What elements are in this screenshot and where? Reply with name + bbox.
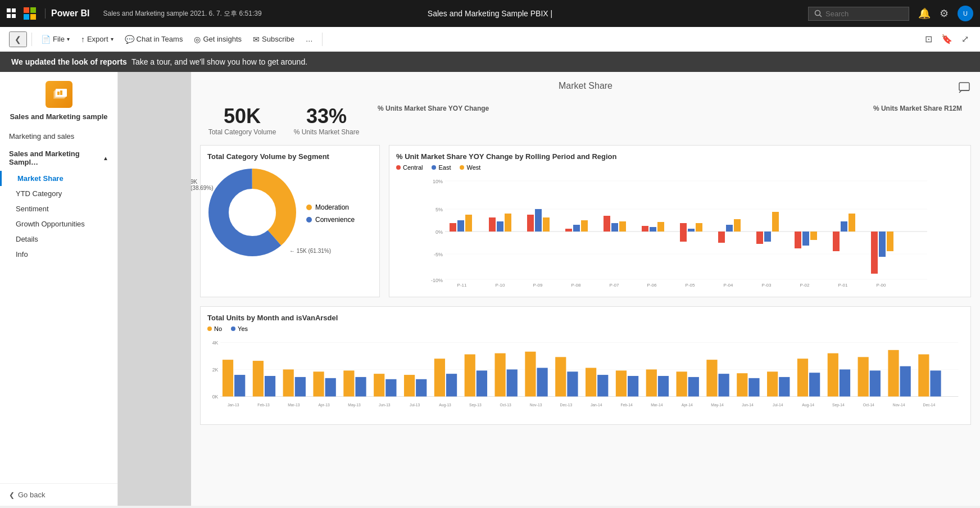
comment-icon[interactable] (958, 81, 971, 97)
svg-rect-43 (619, 221, 626, 232)
monthly-chart-legend: No Yes (207, 325, 964, 332)
yoy-chart-panel: % Unit Market Share YOY Change by Rollin… (389, 145, 971, 297)
svg-text:Sep-13: Sep-13 (469, 403, 482, 407)
sidebar-item-details[interactable]: Details (0, 232, 117, 247)
svg-rect-0 (24, 7, 29, 13)
expand-button[interactable]: ⤢ (959, 31, 971, 47)
legend-convenience: Convenience (306, 216, 355, 224)
svg-point-14 (230, 190, 275, 235)
svg-text:Oct-14: Oct-14 (863, 403, 874, 407)
svg-rect-30 (497, 221, 503, 232)
svg-rect-39 (581, 220, 588, 232)
svg-rect-55 (726, 225, 733, 232)
svg-text:-5%: -5% (434, 252, 443, 257)
svg-rect-102 (434, 359, 445, 396)
svg-text:P-08: P-08 (571, 283, 581, 288)
svg-rect-81 (223, 360, 233, 396)
more-label: … (306, 35, 313, 43)
yoy-chart-legend: Central East West (396, 164, 964, 171)
svg-rect-1 (30, 7, 36, 13)
legend-west-label: West (466, 164, 480, 171)
sidebar-sub-label: Growth Opportunities (16, 220, 85, 228)
more-button[interactable]: … (301, 33, 317, 46)
svg-rect-52 (696, 223, 702, 232)
svg-rect-129 (706, 360, 717, 396)
insights-label: Get insights (203, 35, 242, 43)
svg-rect-70 (871, 232, 878, 274)
divider2 (322, 33, 323, 46)
sidebar-item-marketing-sales[interactable]: Marketing and sales (0, 128, 117, 145)
svg-text:Jan-13: Jan-13 (228, 403, 239, 407)
subscribe-label: Subscribe (262, 35, 294, 43)
search-input[interactable] (825, 10, 893, 18)
sidebar-item-info[interactable]: Info (0, 247, 117, 262)
avatar[interactable]: U (958, 6, 973, 21)
svg-rect-46 (650, 227, 656, 232)
legend-east: East (432, 164, 451, 171)
go-back-button[interactable]: ❮ Go back (0, 483, 117, 506)
svg-rect-114 (555, 357, 566, 396)
svg-text:Mar-13: Mar-13 (288, 403, 300, 407)
svg-rect-29 (489, 217, 496, 232)
sidebar-section-header[interactable]: Sales and Marketing Sampl… ▲ (0, 145, 117, 171)
bookmark-button[interactable]: 🔖 (939, 31, 955, 47)
view-toggle-button[interactable]: ⊡ (923, 31, 934, 47)
svg-text:P-01: P-01 (838, 283, 848, 288)
sidebar-label: Marketing and sales (9, 132, 74, 140)
divider (31, 33, 32, 46)
sidebar-sub-label: Details (16, 235, 38, 243)
donut-svg (207, 167, 297, 257)
svg-text:0K: 0K (212, 394, 219, 400)
sidebar-sub-label: Market Share (17, 174, 63, 183)
sidebar-item-sentiment[interactable]: Sentiment (0, 201, 117, 216)
subscribe-button[interactable]: ✉ Subscribe (248, 33, 299, 46)
kpi-label-share: % Units Market Share (289, 128, 364, 136)
sidebar-item-growth-opportunities[interactable]: Growth Opportunities (0, 216, 117, 232)
sidebar-item-market-share[interactable]: Market Share (0, 171, 117, 186)
svg-text:P-03: P-03 (762, 283, 772, 288)
svg-text:Jun-13: Jun-13 (379, 403, 391, 407)
svg-rect-145 (870, 370, 881, 396)
sidebar: Sales and Marketing sample Marketing and… (0, 72, 118, 506)
svg-text:P-04: P-04 (724, 283, 733, 288)
svg-rect-106 (477, 370, 487, 396)
svg-rect-2 (24, 14, 29, 20)
get-insights-button[interactable]: ◎ Get insights (189, 33, 246, 46)
go-back-chevron: ❮ (9, 491, 15, 499)
kpi-value-total: 50K (205, 105, 280, 128)
donut-legend: Moderation Convenience (306, 203, 355, 224)
svg-rect-33 (527, 215, 534, 232)
chat-teams-button[interactable]: 💬 Chat in Teams (120, 33, 188, 46)
document-title: Sales and Marketing sample 2021. 6. 7. 오… (103, 9, 261, 19)
svg-text:P-02: P-02 (800, 283, 810, 288)
sidebar-section-label: Sales and Marketing Sampl… (9, 149, 98, 166)
svg-rect-121 (628, 376, 638, 397)
settings-icon[interactable]: ⚙ (940, 7, 949, 20)
svg-text:10%: 10% (433, 179, 443, 184)
search-box[interactable] (808, 7, 909, 21)
left-gray-panel (118, 72, 191, 506)
svg-rect-120 (616, 370, 627, 396)
monthly-chart-panel: Total Units by Month and isVanArsdel No … (200, 306, 971, 425)
file-button[interactable]: 📄 File ▾ (37, 33, 74, 46)
svg-rect-59 (764, 232, 771, 242)
svg-rect-133 (748, 378, 759, 397)
export-icon: ↑ (81, 35, 85, 44)
bell-icon[interactable]: 🔔 (918, 7, 931, 20)
file-label: File (53, 35, 65, 43)
svg-rect-72 (887, 232, 893, 251)
svg-text:Mar-14: Mar-14 (651, 403, 663, 407)
svg-rect-96 (374, 374, 384, 396)
svg-rect-37 (565, 229, 572, 232)
export-button[interactable]: ↑ Export ▾ (76, 33, 118, 46)
svg-rect-60 (772, 212, 779, 232)
svg-rect-82 (234, 375, 245, 396)
collapse-button[interactable]: ❮ (9, 31, 27, 47)
svg-text:4K: 4K (212, 340, 219, 346)
sidebar-item-ytd-category[interactable]: YTD Category (0, 186, 117, 201)
legend-central: Central (396, 164, 423, 171)
apps-grid-icon[interactable] (7, 8, 17, 19)
center-title: Sales and Marketing Sample PBIX | (428, 9, 552, 18)
microsoft-logo (24, 7, 36, 20)
kpi-total-category: 50K Total Category Volume (200, 100, 284, 140)
